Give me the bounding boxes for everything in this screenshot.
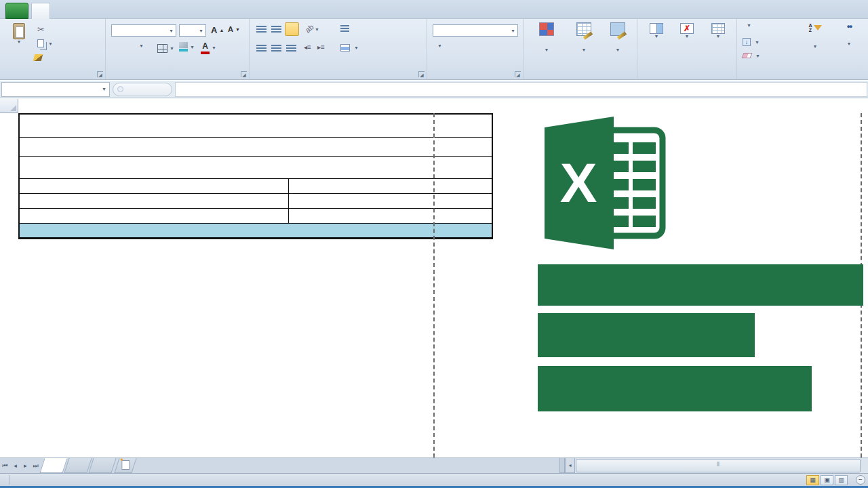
- delete-cells-button[interactable]: ✗ ▼: [673, 23, 701, 39]
- tab-insert[interactable]: [54, 3, 71, 19]
- font-dialog-launcher[interactable]: ◢: [241, 71, 247, 77]
- format-as-table-icon: [576, 22, 591, 36]
- formula-input[interactable]: [175, 82, 867, 97]
- tab-formulas[interactable]: [95, 3, 113, 19]
- bill-title-cell[interactable]: [20, 157, 492, 179]
- sort-filter-button[interactable]: AZ ▼: [800, 23, 831, 51]
- info-row-address[interactable]: [20, 194, 492, 209]
- number-dialog-launcher[interactable]: ◢: [515, 71, 521, 77]
- merge-center-icon: [340, 44, 350, 52]
- font-size-combo[interactable]: ▼: [179, 24, 206, 37]
- align-middle-icon[interactable]: [271, 26, 281, 33]
- align-left-icon[interactable]: [256, 45, 267, 52]
- clipboard-dialog-launcher[interactable]: ◢: [97, 71, 103, 77]
- alignment-dialog-launcher[interactable]: ◢: [418, 71, 425, 77]
- clear-button[interactable]: ▼: [743, 53, 760, 58]
- status-bar: ▦ ▣ ▥ −: [0, 473, 868, 486]
- group-number: ▼ ▼ ◢: [427, 19, 524, 79]
- sheet-tab-sheet2[interactable]: [64, 458, 92, 473]
- align-top-icon[interactable]: [256, 26, 267, 33]
- merge-center-button[interactable]: ▼: [340, 44, 359, 52]
- find-select-icon: ●●: [833, 23, 865, 30]
- page-layout-view-button[interactable]: ▣: [821, 475, 833, 485]
- group-font: ▼ ▼ A▲ A▼ ▼ ▼ ▼ A▼ ◢: [106, 19, 250, 79]
- page-break-view-button[interactable]: ▥: [835, 475, 848, 485]
- fill-button[interactable]: ↓ ▼: [743, 38, 760, 46]
- insert-cells-icon: [650, 23, 663, 34]
- align-bottom-button[interactable]: [285, 22, 299, 36]
- decrease-indent-icon[interactable]: ◂≡: [304, 43, 311, 51]
- insert-cells-button[interactable]: ▼: [643, 23, 670, 39]
- tab-review[interactable]: [157, 3, 174, 19]
- fill-color-icon: [179, 42, 188, 52]
- info-row-phone[interactable]: [20, 209, 492, 224]
- number-format-combo[interactable]: ▼: [433, 24, 518, 37]
- currency-button[interactable]: ▼: [435, 43, 442, 48]
- cut-button[interactable]: ✂: [37, 24, 47, 35]
- increase-indent-icon[interactable]: ▸≡: [317, 43, 325, 51]
- next-sheet-button[interactable]: ▸: [20, 458, 31, 473]
- tab-home[interactable]: [31, 3, 50, 19]
- cut-icon: ✂: [37, 24, 45, 35]
- grow-font-button[interactable]: A▲: [211, 25, 224, 35]
- borders-button[interactable]: ▼: [157, 44, 174, 53]
- horizontal-scrollbar[interactable]: [575, 458, 868, 473]
- format-painter-button[interactable]: [34, 54, 44, 61]
- tab-file[interactable]: [5, 3, 28, 19]
- address-cell[interactable]: [20, 138, 492, 157]
- ribbon-tab-strip: [0, 0, 868, 19]
- scroll-left-button[interactable]: ◂: [565, 458, 575, 473]
- bill-table: [18, 113, 493, 239]
- wrap-text-button[interactable]: [340, 25, 351, 33]
- shrink-font-button[interactable]: A▼: [228, 25, 240, 33]
- format-as-table-button[interactable]: ▼: [567, 22, 601, 54]
- format-cells-button[interactable]: ▼: [704, 23, 732, 39]
- underline-button[interactable]: ▼: [137, 43, 144, 48]
- tab-split-handle[interactable]: [559, 458, 565, 473]
- sort-filter-icon: AZ: [800, 23, 831, 33]
- ribbon: ▼ ✂ ▼ ◢ ▼ ▼ A▲ A▼ ▼: [0, 19, 868, 80]
- select-all-corner[interactable]: [0, 99, 18, 113]
- sheet-tab-sheet1[interactable]: [39, 458, 67, 473]
- sheet-tab-sheet3[interactable]: [88, 458, 116, 473]
- copy-button[interactable]: ▼: [37, 39, 53, 47]
- excel-window: ▼ ✂ ▼ ◢ ▼ ▼ A▲ A▼ ▼: [0, 0, 868, 488]
- tab-page-layout[interactable]: [74, 3, 92, 19]
- svg-text:X: X: [560, 152, 597, 214]
- delete-cells-icon: ✗: [680, 23, 694, 34]
- font-name-combo[interactable]: ▼: [111, 24, 176, 37]
- insert-worksheet-button[interactable]: [114, 458, 136, 473]
- group-alignment: ab ▼ ◂≡ ▸≡ ▼ ◢: [250, 19, 427, 79]
- orientation-icon[interactable]: ab: [304, 22, 315, 34]
- tab-new-tab[interactable]: [136, 3, 154, 19]
- tab-view[interactable]: [178, 3, 195, 19]
- company-title-cell[interactable]: [20, 115, 492, 138]
- prev-sheet-button[interactable]: ◂: [10, 458, 20, 473]
- normal-view-button[interactable]: ▦: [806, 475, 819, 485]
- first-sheet-button[interactable]: ⏮: [0, 458, 10, 473]
- font-color-icon: A: [201, 41, 210, 54]
- tab-data[interactable]: [115, 3, 133, 19]
- horizontal-scrollbar-thumb[interactable]: [576, 459, 861, 472]
- autosum-button[interactable]: ▼: [743, 23, 751, 28]
- name-box[interactable]: ▼: [1, 82, 110, 97]
- find-select-button[interactable]: ●● ▼: [833, 23, 865, 48]
- cell-styles-icon: [610, 22, 625, 36]
- formula-bar: ▼: [0, 81, 868, 98]
- paste-button[interactable]: ▼: [5, 23, 33, 44]
- paste-icon: [13, 23, 25, 39]
- insert-function-area: [113, 83, 172, 96]
- name-box-divider: [117, 86, 123, 92]
- cell-styles-button[interactable]: ▼: [602, 22, 633, 54]
- info-row-customer[interactable]: [20, 179, 492, 194]
- conditional-formatting-button[interactable]: ▼: [528, 22, 566, 54]
- fill-color-button[interactable]: ▼: [179, 42, 195, 52]
- font-color-button[interactable]: A▼: [201, 41, 216, 54]
- copy-icon: [37, 39, 44, 47]
- align-center-icon[interactable]: [271, 45, 281, 52]
- orientation-arrow[interactable]: ▼: [315, 27, 319, 32]
- zoom-out-button[interactable]: −: [856, 475, 865, 485]
- align-right-icon[interactable]: [286, 45, 296, 52]
- last-sheet-button[interactable]: ⏭: [31, 458, 41, 473]
- format-cells-icon: [711, 23, 725, 34]
